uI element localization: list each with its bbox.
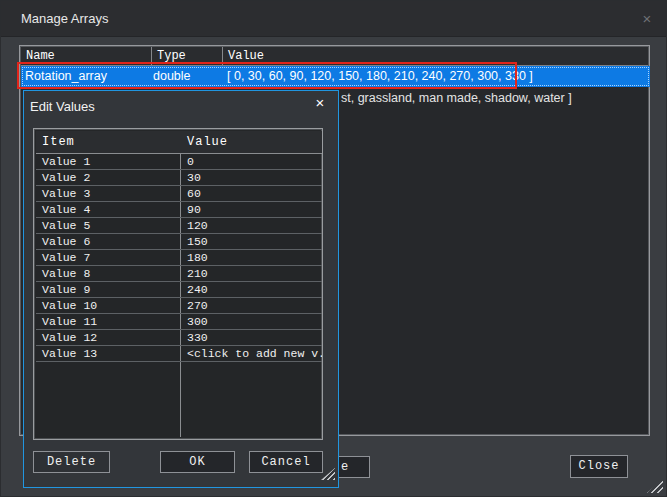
value-cell: 330 [181, 330, 322, 345]
value-row-3[interactable]: Value 3 60 [36, 186, 322, 202]
item-cell: Value 4 [36, 202, 180, 217]
resize-grip-icon[interactable] [647, 479, 663, 493]
value-cell: 90 [181, 202, 322, 217]
value-cell: <click to add new v... [181, 346, 322, 361]
item-cell: Value 10 [36, 298, 180, 313]
item-cell: Value 1 [36, 154, 180, 169]
value-cell: 150 [181, 234, 322, 249]
value-cell: 180 [181, 250, 322, 265]
value-row-8[interactable]: Value 8 210 [36, 266, 322, 282]
item-cell: Value 11 [36, 314, 180, 329]
window-title: Manage Arrays [21, 1, 108, 37]
manage-arrays-window: Manage Arrays × Name Type Value Rotation… [0, 0, 667, 497]
item-cell: Value 3 [36, 186, 180, 201]
value-cell: 210 [181, 266, 322, 281]
delete-button[interactable]: Delete [33, 451, 110, 473]
value-row-2[interactable]: Value 2 30 [36, 170, 322, 186]
item-cell: Value 9 [36, 282, 180, 297]
column-header-type[interactable]: Type [151, 47, 222, 65]
arrays-table-header: Name Type Value [21, 47, 648, 66]
cell-value: [ 0, 30, 60, 90, 120, 150, 180, 210, 240… [227, 66, 533, 87]
item-cell: Value 6 [36, 234, 180, 249]
column-header-name[interactable]: Name [21, 47, 151, 65]
value-row-11[interactable]: Value 11 300 [36, 314, 322, 330]
item-cell: Value 2 [36, 170, 180, 185]
cell-type: double [153, 66, 191, 87]
dialog-title: Edit Values [30, 99, 95, 114]
dialog-close-icon[interactable]: × [310, 93, 330, 113]
column-header-value[interactable]: Value [222, 47, 648, 65]
value-cell: 300 [181, 314, 322, 329]
item-cell: Value 13 [36, 346, 180, 361]
value-cell: 270 [181, 298, 322, 313]
close-button[interactable]: Close [570, 455, 628, 478]
item-cell: Value 12 [36, 330, 180, 345]
item-cell: Value 7 [36, 250, 180, 265]
value-row-12[interactable]: Value 12 330 [36, 330, 322, 346]
value-row-7[interactable]: Value 7 180 [36, 250, 322, 266]
edit-values-dialog: Edit Values × Item Value Value 1 0 Value… [23, 90, 339, 488]
resize-grip-icon[interactable] [321, 468, 335, 480]
values-rows: Value 1 0 Value 2 30 Value 3 60 Value 4 … [36, 154, 322, 362]
values-table: Item Value Value 1 0 Value 2 30 Value 3 … [33, 128, 323, 440]
value-row-1[interactable]: Value 1 0 [36, 154, 322, 170]
cell-name: Rotation_array [25, 66, 107, 87]
close-icon[interactable]: × [632, 1, 662, 37]
value-cell: 120 [181, 218, 322, 233]
value-cell: 30 [181, 170, 322, 185]
table-row-rotation-array[interactable]: Rotation_array double [ 0, 30, 60, 90, 1… [21, 66, 650, 87]
values-table-header: Item Value [36, 131, 322, 154]
value-row-6[interactable]: Value 6 150 [36, 234, 322, 250]
ok-button[interactable]: OK [160, 451, 235, 473]
column-header-item[interactable]: Item [36, 131, 180, 153]
item-cell: Value 5 [36, 218, 180, 233]
value-row-9[interactable]: Value 9 240 [36, 282, 322, 298]
titlebar: Manage Arrays × [1, 1, 667, 37]
value-cell: 0 [181, 154, 322, 169]
value-cell: 60 [181, 186, 322, 201]
column-header-value[interactable]: Value [181, 131, 322, 153]
value-row-10[interactable]: Value 10 270 [36, 298, 322, 314]
cancel-button[interactable]: Cancel [249, 451, 323, 473]
table-row-partial[interactable]: st, grassland, man made, shadow, water ] [341, 89, 647, 107]
value-row-4[interactable]: Value 4 90 [36, 202, 322, 218]
value-row-13-add-new[interactable]: Value 13 <click to add new v... [36, 346, 322, 362]
value-row-5[interactable]: Value 5 120 [36, 218, 322, 234]
item-cell: Value 8 [36, 266, 180, 281]
value-cell: 240 [181, 282, 322, 297]
